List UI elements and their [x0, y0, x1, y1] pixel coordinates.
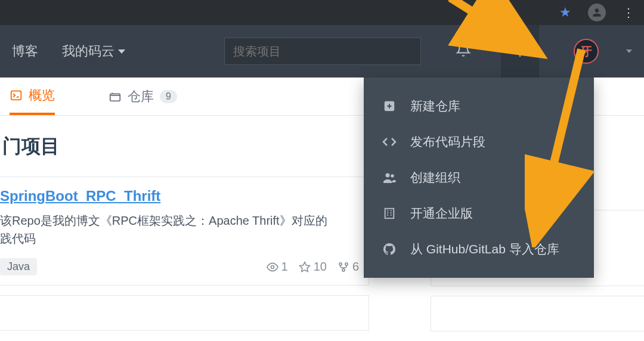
browser-menu-icon[interactable]: ⋮	[623, 5, 636, 20]
menu-import-github[interactable]: 从 GitHub/GitLab 导入仓库	[364, 231, 594, 267]
svg-point-6	[339, 262, 342, 265]
plus-square-icon	[382, 98, 397, 114]
repos-count-badge: 9	[160, 90, 177, 103]
users-icon	[382, 170, 397, 185]
caret-down-icon	[118, 49, 125, 54]
svg-rect-3	[110, 94, 120, 101]
nav-my-gitee-label: 我的码云	[62, 42, 114, 60]
user-avatar[interactable]: 牙	[574, 39, 599, 64]
tab-overview[interactable]: 概览	[10, 78, 55, 115]
bell-icon[interactable]	[456, 42, 471, 61]
repo-card: SpringBoot_RPC_Thrift 该Repo是我的博文《RPC框架实践…	[0, 176, 369, 286]
repo-desc-line: 践代码	[0, 232, 36, 245]
repo-description: 该Repo是我的博文《RPC框架实践之：Apache Thrift》对应的 践代…	[0, 212, 359, 247]
views-count: 1	[281, 260, 288, 274]
menu-item-label: 新建仓库	[410, 98, 460, 114]
overview-icon	[10, 89, 23, 102]
svg-point-16	[391, 174, 394, 178]
repo-card-placeholder	[431, 296, 644, 331]
nav-blog[interactable]: 博客	[12, 42, 38, 60]
forks-count: 6	[352, 260, 359, 274]
svg-point-15	[386, 173, 390, 178]
stars-stat: 10	[299, 260, 327, 274]
plus-dropdown-menu: 新建仓库 发布代码片段 创建组织 开通企业版 从 GitHub/GitLab 导…	[364, 78, 594, 278]
repo-desc-line: 该Repo是我的博文《RPC框架实践之：Apache Thrift》对应的	[0, 214, 327, 227]
views-stat: 1	[267, 260, 288, 274]
repo-footer: Java 1 10 6	[0, 258, 359, 275]
svg-marker-5	[299, 262, 309, 271]
eye-icon	[267, 261, 278, 273]
tab-repos-label: 仓库	[128, 88, 154, 106]
plus-icon	[512, 43, 528, 60]
svg-rect-2	[11, 91, 21, 100]
menu-publish-snippet[interactable]: 发布代码片段	[364, 124, 594, 160]
menu-item-label: 从 GitHub/GitLab 导入仓库	[410, 241, 559, 258]
menu-item-label: 发布代码片段	[410, 134, 485, 150]
repo-icon	[109, 90, 122, 103]
menu-new-repo[interactable]: 新建仓库	[364, 88, 594, 124]
github-icon	[382, 241, 397, 257]
plus-button[interactable]	[501, 25, 539, 78]
repo-card-placeholder	[0, 295, 369, 331]
repo-stats: 1 10 6	[267, 260, 360, 274]
forks-stat: 6	[338, 260, 359, 274]
menu-item-label: 创建组织	[410, 169, 460, 186]
bookmark-star-icon[interactable]: ★	[559, 5, 571, 20]
caret-down-icon	[626, 49, 632, 53]
top-nav: 博客 我的码云 牙	[0, 25, 644, 78]
nav-my-gitee[interactable]: 我的码云	[62, 42, 125, 60]
search-input[interactable]	[224, 38, 421, 65]
tab-repos[interactable]: 仓库 9	[109, 78, 177, 115]
repo-title-link[interactable]: SpringBoot_RPC_Thrift	[0, 188, 359, 204]
menu-enterprise[interactable]: 开通企业版	[364, 196, 594, 231]
svg-point-8	[342, 268, 345, 271]
language-tag: Java	[0, 258, 37, 275]
browser-profile-button[interactable]	[588, 4, 606, 21]
svg-rect-17	[385, 209, 394, 219]
menu-item-label: 开通企业版	[410, 205, 473, 222]
svg-point-4	[271, 265, 274, 268]
building-icon	[382, 206, 397, 221]
stars-count: 10	[314, 260, 327, 274]
svg-point-7	[345, 262, 348, 265]
person-icon	[591, 7, 603, 18]
star-icon	[299, 261, 311, 273]
browser-titlebar: ★ ⋮	[0, 0, 644, 25]
tab-overview-label: 概览	[29, 86, 55, 104]
fork-icon	[338, 261, 349, 273]
menu-create-org[interactable]: 创建组织	[364, 160, 594, 196]
code-icon	[382, 134, 397, 150]
